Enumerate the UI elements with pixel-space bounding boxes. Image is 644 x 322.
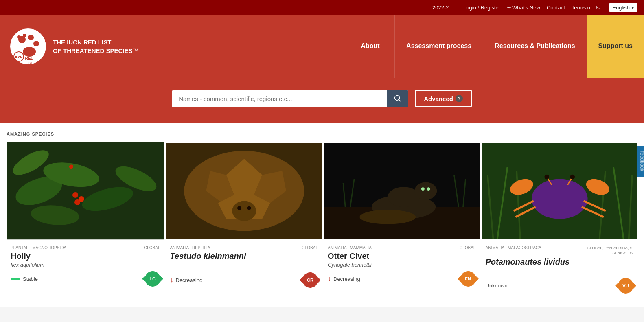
- svg-point-30: [247, 206, 251, 210]
- species-region: GLOBAL: [459, 245, 475, 250]
- status-badge: VU: [618, 278, 633, 294]
- species-image-container: [7, 142, 164, 241]
- trend-label: Decreasing: [176, 277, 203, 283]
- nav-support[interactable]: Support us: [587, 15, 644, 78]
- species-taxonomy: PLANTAE · MAGNOLIOPSIDA GLOBAL: [11, 245, 160, 250]
- nav-assessment[interactable]: Assessment process: [394, 15, 483, 78]
- svg-point-5: [17, 35, 20, 39]
- species-info: PLANTAE · MAGNOLIOPSIDA GLOBAL Holly Ile…: [7, 241, 164, 292]
- species-footer: ↓ Decreasing EN: [328, 271, 476, 287]
- species-scientific: Cynogale bennettii: [328, 262, 476, 268]
- logo-text: THE IUCN RED LIST OF THREATENED SPECIES™: [53, 38, 139, 55]
- divider: |: [456, 4, 457, 11]
- search-button[interactable]: [387, 90, 408, 107]
- species-name: Testudo kleinmanni: [170, 252, 318, 261]
- species-classification: ANIMALIA · MAMMALIA: [328, 245, 372, 250]
- species-taxonomy: ANIMALIA · REPTILIA GLOBAL: [170, 245, 318, 250]
- status-badge: CR: [302, 272, 318, 288]
- svg-point-37: [421, 187, 425, 191]
- svg-point-2: [28, 35, 34, 40]
- feedback-tab[interactable]: feedback: [637, 145, 644, 177]
- advanced-label: Advanced: [424, 95, 453, 102]
- trend-stable-icon: [11, 278, 20, 280]
- iucn-logo: IUCN RED LIST: [10, 28, 46, 65]
- search-section: Advanced ?: [0, 78, 644, 123]
- species-image-container: [482, 142, 638, 241]
- svg-point-50: [531, 179, 587, 219]
- species-classification: ANIMALIA · MALACOSTRACA: [486, 245, 541, 256]
- trend-label: Decreasing: [333, 276, 360, 282]
- section-label: AMAZING SPECIES: [7, 131, 637, 136]
- svg-point-28: [232, 201, 256, 221]
- species-footer: ↓ Decreasing CR: [170, 272, 318, 288]
- species-grid: PLANTAE · MAGNOLIOPSIDA GLOBAL Holly Ile…: [7, 142, 637, 299]
- language-selector[interactable]: English ▾: [609, 3, 637, 12]
- species-classification: PLANTAE · MAGNOLIOPSIDA: [11, 245, 66, 250]
- svg-point-29: [237, 206, 241, 210]
- status-badge: EN: [460, 271, 476, 287]
- content-area: AMAZING SPECIES PLANTAE · MAGNOLIOPSIDA …: [0, 123, 644, 307]
- status-badge: LC: [145, 271, 160, 287]
- advanced-button[interactable]: Advanced ?: [415, 90, 472, 107]
- svg-point-20: [74, 199, 80, 205]
- nav-about[interactable]: About: [346, 15, 394, 78]
- species-region: GLOBAL: [144, 245, 160, 250]
- main-nav: IUCN RED LIST THE IUCN RED LIST OF THREA…: [0, 15, 644, 78]
- species-info: ANIMALIA · MAMMALIA GLOBAL Otter Civet C…: [324, 241, 480, 292]
- trend-down-icon: ↓: [170, 276, 173, 284]
- species-footer: Stable LC: [11, 271, 160, 287]
- species-taxonomy: ANIMALIA · MALACOSTRACA GLOBAL, PAN-AFRI…: [486, 245, 634, 256]
- species-info: ANIMALIA · MALACOSTRACA GLOBAL, PAN-AFRI…: [482, 241, 638, 299]
- species-image-container: [166, 142, 322, 241]
- contact-link[interactable]: Contact: [547, 4, 565, 11]
- svg-point-60: [570, 175, 575, 180]
- top-bar: 2022-2 | Login / Register ✳What's New Co…: [0, 0, 644, 15]
- trend-down-icon: ↓: [328, 275, 331, 283]
- species-region: GLOBAL, PAN-AFRICA, S. AFRICA FW: [576, 245, 633, 256]
- search-box: [172, 90, 408, 107]
- chevron-down-icon: ▾: [631, 4, 634, 11]
- whats-new-link[interactable]: ✳What's New: [507, 4, 540, 11]
- help-icon: ?: [456, 95, 463, 102]
- status-trend: ↓ Decreasing: [170, 276, 203, 284]
- svg-point-36: [427, 187, 430, 191]
- status-trend: Stable: [11, 276, 38, 282]
- species-classification: ANIMALIA · REPTILIA: [170, 245, 210, 250]
- svg-point-35: [414, 182, 437, 199]
- svg-point-21: [69, 164, 73, 169]
- svg-text:LIST: LIST: [26, 61, 33, 65]
- species-card[interactable]: ANIMALIA · MAMMALIA GLOBAL Otter Civet C…: [322, 142, 480, 299]
- svg-point-58: [544, 175, 549, 180]
- species-card[interactable]: ANIMALIA · MALACOSTRACA GLOBAL, PAN-AFRI…: [480, 142, 638, 299]
- nav-resources[interactable]: Resources & Publications: [483, 15, 586, 78]
- species-footer: Unknown VU: [486, 278, 634, 294]
- svg-text:RED: RED: [25, 56, 33, 61]
- species-image-container: [324, 142, 480, 241]
- trend-label: Stable: [23, 276, 38, 282]
- species-card[interactable]: ANIMALIA · REPTILIA GLOBAL Testudo klein…: [164, 142, 322, 299]
- svg-point-38: [360, 210, 416, 224]
- svg-point-4: [23, 47, 36, 57]
- svg-text:IUCN: IUCN: [15, 56, 22, 59]
- star-icon: ✳: [507, 4, 511, 11]
- species-card[interactable]: PLANTAE · MAGNOLIOPSIDA GLOBAL Holly Ile…: [7, 142, 164, 299]
- species-scientific: Ilex aquifolium: [11, 262, 160, 268]
- species-name: Holly: [11, 252, 160, 261]
- species-region: GLOBAL: [302, 245, 318, 250]
- species-taxonomy: ANIMALIA · MAMMALIA GLOBAL: [328, 245, 476, 250]
- status-trend: Unknown: [486, 283, 508, 289]
- lang-label: English: [612, 4, 630, 11]
- nav-links: About Assessment process Resources & Pub…: [346, 15, 644, 78]
- species-info: ANIMALIA · REPTILIA GLOBAL Testudo klein…: [166, 241, 322, 294]
- svg-point-6: [23, 34, 26, 37]
- search-input[interactable]: [172, 90, 387, 107]
- version-label: 2022-2: [432, 4, 449, 11]
- species-name: Otter Civet: [328, 252, 476, 261]
- login-register-link[interactable]: Login / Register: [463, 4, 500, 11]
- terms-link[interactable]: Terms of Use: [572, 4, 603, 11]
- trend-label: Unknown: [486, 283, 508, 289]
- logo-area[interactable]: IUCN RED LIST THE IUCN RED LIST OF THREA…: [0, 15, 149, 78]
- species-name: Potamonautes lividus: [486, 257, 634, 267]
- status-trend: ↓ Decreasing: [328, 275, 360, 283]
- search-icon: [394, 94, 402, 103]
